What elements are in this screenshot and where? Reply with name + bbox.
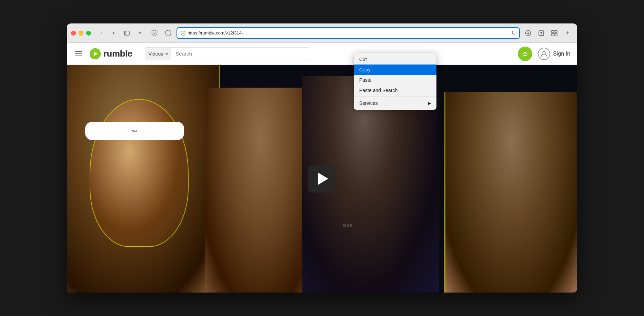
hamburger-line-2: [75, 53, 82, 54]
context-menu-paste[interactable]: Paste: [354, 75, 436, 85]
lebron-face: [90, 99, 189, 247]
search-input[interactable]: [171, 47, 310, 60]
site-secure-icon: [181, 31, 185, 36]
svg-rect-6: [555, 30, 557, 33]
search-container: Videos: [145, 47, 310, 60]
sign-in-container[interactable]: Sign In: [538, 48, 570, 60]
user-icon: [538, 48, 550, 60]
website-content: rumble Videos: [67, 43, 577, 293]
traffic-lights: [71, 31, 91, 36]
svg-point-12: [543, 51, 545, 54]
rumble-logo[interactable]: rumble: [89, 48, 132, 60]
tab-dropdown-button[interactable]: [135, 28, 145, 38]
submenu-arrow-icon: ▶: [428, 101, 431, 106]
back-button[interactable]: [97, 28, 106, 38]
svg-rect-7: [552, 33, 554, 36]
nav-right: Sign In: [518, 47, 570, 61]
upload-button[interactable]: [518, 47, 532, 61]
rumble-logo-text: rumble: [103, 48, 132, 59]
context-menu-paste-label: Paste: [359, 77, 372, 83]
video-thumbnail: NBA WAR: [67, 65, 577, 293]
dropdown-chevron-icon: [165, 52, 168, 55]
maximize-button[interactable]: [86, 31, 91, 36]
svg-rect-8: [555, 33, 557, 36]
context-menu-cut[interactable]: Cut: [354, 54, 436, 65]
sign-in-label: Sign In: [553, 51, 570, 57]
nba-headband: NBA: [85, 122, 184, 140]
hamburger-menu-button[interactable]: [74, 50, 83, 58]
sidebar-toggle-button[interactable]: [121, 28, 132, 39]
address-bar[interactable]: https://rumble.com/v12f314-... ↻: [177, 27, 520, 39]
hamburger-line-3: [75, 56, 82, 56]
chrome-right-icons: +: [523, 28, 573, 39]
reload-button[interactable]: ↻: [511, 30, 516, 36]
downloads-button[interactable]: [523, 28, 534, 39]
url-text[interactable]: https://rumble.com/v12f314-...: [188, 30, 509, 36]
rumble-logo-icon: [89, 48, 101, 60]
svg-rect-0: [124, 31, 129, 35]
new-tab-button[interactable]: +: [562, 28, 573, 39]
player-tyson-shape: [445, 92, 577, 293]
context-menu-separator: [354, 97, 436, 97]
context-menu: Cut Copy Paste Paste and Search Services…: [354, 53, 436, 110]
search-category-label: Videos: [149, 51, 163, 57]
context-menu-paste-search-label: Paste and Search: [359, 88, 398, 93]
context-menu-services[interactable]: Services ▶: [354, 98, 436, 108]
context-menu-paste-search[interactable]: Paste and Search: [354, 85, 436, 96]
close-button[interactable]: [71, 31, 76, 36]
shield-icon-1[interactable]: [149, 28, 160, 39]
player-lebron: NBA: [67, 65, 220, 293]
jersey-text: WAR: [343, 224, 353, 228]
play-icon: [318, 172, 328, 185]
svg-point-2: [181, 31, 185, 35]
hamburger-line-1: [75, 51, 82, 52]
play-button[interactable]: [308, 165, 336, 192]
user-avatar-icon: [541, 50, 547, 57]
browser-chrome: https://rumble.com/v12f314-... ↻: [67, 23, 577, 43]
browser-window: https://rumble.com/v12f314-... ↻: [67, 23, 577, 293]
svg-rect-5: [552, 30, 554, 33]
forward-button[interactable]: [109, 28, 119, 38]
player-kyrie-shape: [205, 88, 317, 293]
context-menu-cut-label: Cut: [359, 57, 367, 62]
search-category-dropdown[interactable]: Videos: [145, 47, 172, 60]
video-area[interactable]: NBA WAR: [67, 65, 577, 293]
upload-icon: [521, 50, 529, 58]
context-menu-copy[interactable]: Copy: [354, 65, 436, 75]
shield-icon-2[interactable]: [163, 28, 174, 39]
tab-overview-button[interactable]: [549, 28, 560, 39]
minimize-button[interactable]: [79, 31, 83, 36]
rumble-navbar: rumble Videos: [67, 43, 577, 65]
player-tyson: [444, 92, 577, 293]
context-menu-services-label: Services: [359, 100, 378, 106]
player-kyrie: [205, 88, 317, 293]
share-button[interactable]: [536, 28, 547, 39]
context-menu-copy-label: Copy: [359, 67, 371, 72]
